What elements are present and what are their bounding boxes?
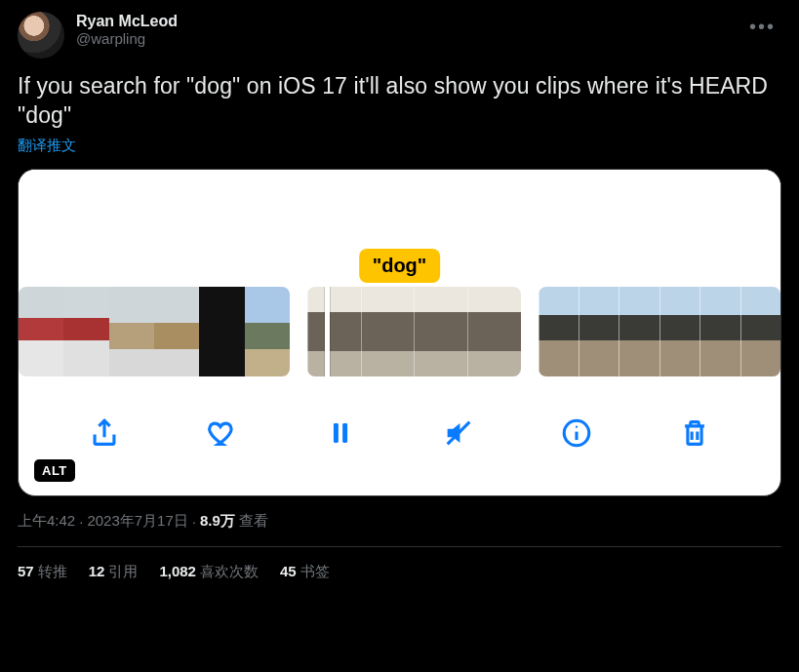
video-frame [154, 287, 199, 376]
quotes-stat[interactable]: 12引用 [89, 563, 139, 581]
svg-point-5 [576, 425, 578, 427]
divider [18, 546, 781, 547]
trash-icon[interactable] [671, 410, 718, 456]
video-frame [659, 287, 699, 376]
views-label: 查看 [239, 512, 268, 531]
clip-group[interactable] [539, 287, 780, 376]
heart-icon[interactable] [199, 410, 246, 456]
share-icon[interactable] [81, 410, 128, 456]
video-frame [245, 287, 290, 376]
media-preview-area: "dog" [19, 170, 780, 287]
tweet-date[interactable]: 2023年7月17日 [87, 512, 187, 531]
retweets-stat[interactable]: 57转推 [18, 563, 67, 581]
video-frame [307, 287, 361, 376]
alt-badge[interactable]: ALT [34, 459, 75, 482]
video-frame [199, 287, 244, 376]
video-frame [539, 287, 579, 376]
bookmarks-stat[interactable]: 45书签 [280, 563, 330, 581]
video-timeline[interactable] [19, 287, 780, 376]
mute-icon[interactable] [435, 410, 482, 456]
video-frame [579, 287, 619, 376]
video-frame [619, 287, 659, 376]
video-frame [467, 287, 521, 376]
search-term-pill: "dog" [359, 249, 441, 283]
video-frame [19, 287, 63, 376]
svg-rect-0 [334, 423, 339, 443]
pause-icon[interactable] [317, 410, 364, 456]
stats-row: 57转推 12引用 1,082喜欢次数 45书签 [18, 563, 781, 581]
video-frame [740, 287, 780, 376]
display-name[interactable]: Ryan McLeod [76, 12, 732, 30]
handle[interactable]: @warpling [76, 30, 732, 48]
info-icon[interactable] [553, 410, 600, 456]
avatar[interactable] [18, 12, 64, 59]
tweet-time[interactable]: 上午4:42 [18, 512, 75, 531]
video-frame [414, 287, 467, 376]
translate-link[interactable]: 翻译推文 [18, 137, 76, 155]
tweet-text: If you search for "dog" on iOS 17 it'll … [18, 72, 781, 131]
clip-group[interactable] [307, 287, 521, 376]
more-icon[interactable]: ••• [743, 12, 781, 42]
video-frame [361, 287, 415, 376]
video-frame [109, 287, 154, 376]
video-frame [63, 287, 108, 376]
media-toolbar [19, 376, 780, 495]
playhead[interactable] [325, 287, 330, 376]
svg-rect-1 [342, 423, 347, 443]
clip-group[interactable] [19, 287, 290, 376]
media-card[interactable]: "dog" [18, 169, 781, 496]
tweet-meta: 上午4:42 · 2023年7月17日 · 8.9万 查看 [18, 512, 781, 531]
video-frame [699, 287, 739, 376]
likes-stat[interactable]: 1,082喜欢次数 [159, 563, 259, 581]
views-count: 8.9万 [200, 512, 235, 531]
